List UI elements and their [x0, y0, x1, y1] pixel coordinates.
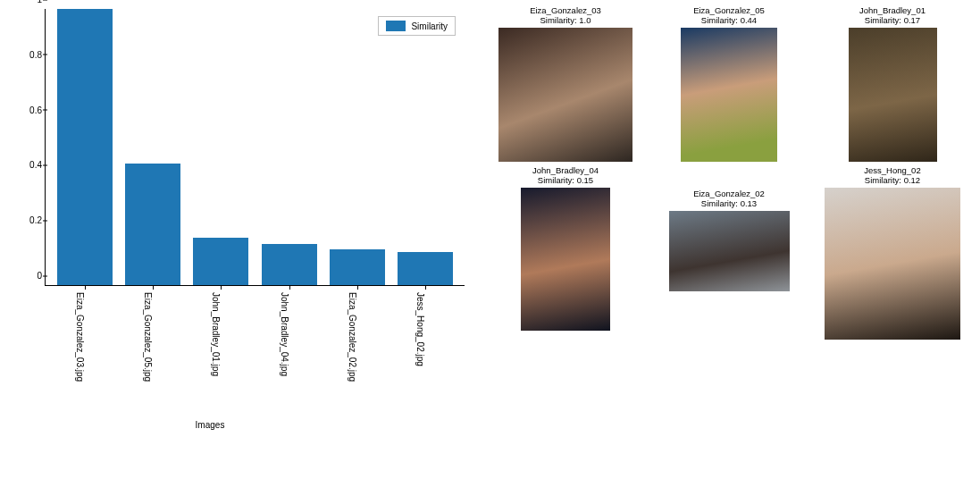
image-name: Eiza_Gonzalez_03 [530, 5, 601, 15]
y-tick: 0.4 [10, 160, 42, 170]
y-tick: 0.2 [10, 215, 42, 225]
result-cell: Eiza_Gonzalez_03 Similarity: 1.0 [485, 5, 646, 162]
image-name: Eiza_Gonzalez_05 [693, 5, 765, 15]
bar-jess-hong-02 [398, 252, 453, 285]
x-tick-label: Eiza_Gonzalez_02.jpg [348, 292, 357, 382]
thumbnail-image [498, 28, 632, 162]
similarity-value: 0.15 [577, 175, 594, 185]
y-tick: 0 [10, 271, 42, 281]
similarity-value: 0.13 [741, 198, 758, 208]
similarity-value: 0.17 [904, 15, 921, 25]
x-tick-label: John_Bradley_04.jpg [280, 292, 289, 376]
bar-eiza-gonzalez-02 [330, 249, 385, 285]
x-tick-label: Jess_Hong_02.jpg [415, 292, 425, 366]
similarity-label: Similarity: [865, 175, 904, 185]
image-name: Eiza_Gonzalez_02 [693, 189, 765, 198]
y-tick: 0.8 [10, 49, 42, 59]
image-name: Jess_Hong_02 [864, 165, 920, 175]
similarity-value: 1.0 [579, 15, 591, 25]
similarity-bar-chart: Similarity 0 0.2 0.4 0.6 0.8 1 Eiza_Gonz… [0, 0, 478, 496]
y-tick: 1 [10, 0, 42, 4]
result-cell: Eiza_Gonzalez_05 Similarity: 0.44 [649, 5, 809, 162]
similarity-label: Similarity: [538, 175, 577, 185]
bars-container [46, 9, 465, 285]
x-tick-label: Eiza_Gonzalez_05.jpg [143, 292, 153, 382]
thumbnail-image [681, 28, 777, 162]
plot-area: Similarity 0 0.2 0.4 0.6 0.8 1 Eiza_Gonz… [45, 9, 465, 286]
result-cell: John_Bradley_01 Similarity: 0.17 [812, 5, 973, 162]
bar-john-bradley-01 [193, 238, 248, 285]
image-name: John_Bradley_04 [532, 165, 599, 175]
image-name: John_Bradley_01 [859, 5, 926, 15]
result-cell: Jess_Hong_02 Similarity: 0.12 [812, 165, 973, 340]
similarity-value: 0.12 [904, 175, 921, 185]
bar-eiza-gonzalez-05 [125, 164, 180, 285]
similarity-image-grid: Eiza_Gonzalez_03 Similarity: 1.0 Eiza_Go… [478, 0, 980, 496]
thumbnail-image [669, 211, 790, 291]
similarity-label: Similarity: [865, 15, 904, 25]
result-cell: Eiza_Gonzalez_02 Similarity: 0.13 [649, 165, 809, 291]
bar-eiza-gonzalez-03 [57, 9, 113, 285]
x-tick-label: Eiza_Gonzalez_03.jpg [75, 292, 85, 382]
x-axis-label: Images [0, 420, 420, 430]
y-tick: 0.6 [10, 105, 42, 114]
y-axis-ticks: 0 0.2 0.4 0.6 0.8 1 [10, 9, 42, 285]
thumbnail-image [521, 188, 610, 331]
bar-john-bradley-04 [262, 244, 317, 285]
similarity-value: 0.44 [741, 15, 758, 25]
similarity-label: Similarity: [701, 198, 741, 208]
thumbnail-image [849, 28, 937, 162]
similarity-label: Similarity: [540, 15, 579, 25]
thumbnail-image [825, 188, 960, 340]
similarity-label: Similarity: [701, 15, 741, 25]
x-tick-label: John_Bradley_01.jpg [211, 292, 221, 376]
result-cell: John_Bradley_04 Similarity: 0.15 [485, 165, 646, 331]
